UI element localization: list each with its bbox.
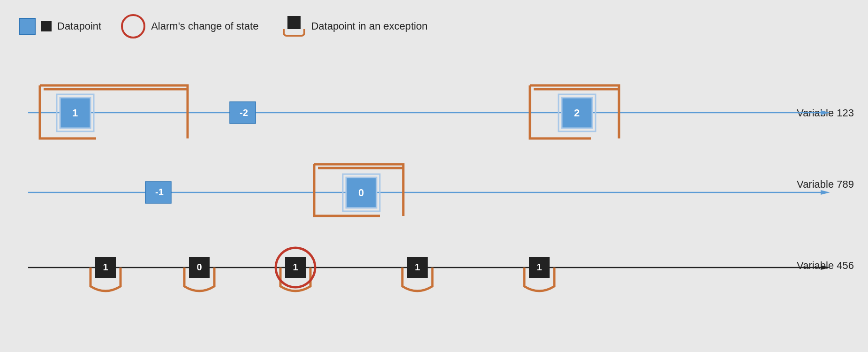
legend-exception-bracket [283, 29, 305, 37]
svg-text:0: 0 [196, 262, 202, 272]
svg-text:1: 1 [536, 262, 542, 272]
legend: Datapoint Alarm's change of state Datapo… [19, 14, 442, 38]
svg-text:1: 1 [103, 262, 108, 272]
legend-alarm-circle [121, 14, 145, 38]
legend-exception-label: Datapoint in an exception [311, 20, 427, 32]
svg-text:-2: -2 [240, 107, 248, 118]
legend-alarm-label: Alarm's change of state [151, 20, 258, 32]
svg-marker-1 [821, 110, 830, 115]
svg-text:2: 2 [574, 107, 580, 119]
legend-blue-square [19, 18, 36, 35]
legend-exception-black-square [287, 16, 301, 29]
svg-text:-1: -1 [155, 187, 164, 197]
legend-black-square [41, 21, 52, 31]
svg-text:1: 1 [72, 107, 78, 119]
svg-marker-11 [821, 190, 830, 195]
legend-datapoint-label: Datapoint [57, 20, 101, 32]
legend-exception-icon [283, 16, 305, 37]
svg-text:1: 1 [415, 262, 420, 272]
svg-text:1: 1 [293, 262, 298, 272]
svg-marker-18 [821, 265, 830, 270]
svg-text:0: 0 [358, 187, 364, 199]
chart-svg: 1 -2 2 -1 0 1 0 1 1 [14, 66, 849, 338]
